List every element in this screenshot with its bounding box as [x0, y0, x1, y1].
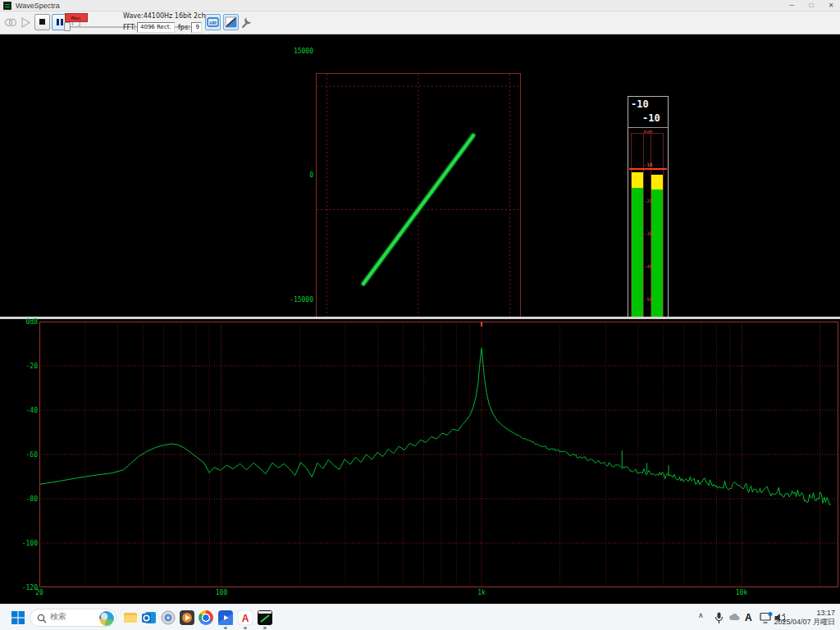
fft-label: FFT: [123, 24, 136, 31]
meter-tick-label: -50 [628, 297, 668, 302]
tray-cloud-icon[interactable] [728, 612, 740, 623]
settings-wrench-icon[interactable] [240, 16, 253, 30]
minimize-button[interactable]: ─ [783, 0, 801, 11]
search-box[interactable] [30, 609, 116, 627]
meter-redline [629, 168, 667, 170]
meter-fill-green [632, 188, 643, 331]
ime-mode-indicator[interactable]: A [745, 612, 752, 623]
lissajous-plot [316, 73, 521, 346]
media-player-icon[interactable] [161, 610, 176, 625]
stop-icon [39, 19, 45, 25]
record-icon[interactable] [4, 16, 17, 29]
running-indicator [263, 627, 267, 629]
meter-bars: 0dB -10-20-30-40-50LR [628, 128, 668, 341]
spectrum-x-label: 100 [212, 589, 231, 596]
peak-value-right: -10 [642, 112, 660, 124]
clock-time: 13:17 [769, 609, 835, 618]
peak-value-left: -10 [631, 98, 649, 110]
desktop: WaveSpectra ─ □ ✕ Rec. Wave:44100Hz 16bi… [0, 0, 840, 630]
xy-axis-label-max: 15000 [279, 48, 313, 55]
file-explorer-icon[interactable] [123, 610, 138, 625]
wavespectra-app-icon [3, 2, 11, 10]
fps-label: fps: [178, 24, 190, 31]
meter-fill-yellow [651, 175, 663, 189]
spectrum-y-label: -40 [0, 407, 38, 414]
spectrum-y-axis-labels: 0dB-20-40-60-80-100-120 [0, 319, 39, 604]
tray-overflow-chevron-icon[interactable]: ∧ [698, 611, 704, 619]
video-app-icon[interactable] [218, 610, 233, 625]
acrobat-icon[interactable]: A [238, 610, 253, 625]
spectrum-x-label: 1k [472, 589, 491, 596]
peak-readout-box: -10 -10 [628, 97, 668, 128]
spectrum-y-label: -80 [0, 495, 38, 503]
outlook-icon[interactable] [142, 610, 157, 625]
display-mode-button[interactable]: HR [205, 14, 221, 30]
fps-value[interactable]: 9 [191, 22, 202, 33]
media-app-icon[interactable] [180, 610, 194, 625]
meter-redline-label: -10 [628, 162, 668, 167]
meter-fill-yellow [632, 172, 643, 188]
search-input[interactable] [50, 612, 96, 621]
meter-tick-label: -40 [628, 264, 668, 269]
microphone-icon[interactable] [714, 612, 724, 624]
xy-axis-label-min: -15000 [279, 296, 313, 304]
toolbar: Rec. Wave:44100Hz 16bit 2ch FFT: 4096 Re… [0, 11, 840, 34]
pause-icon [57, 19, 59, 25]
spectrum-plot [39, 322, 838, 587]
spectrum-x-label: 20 [30, 589, 49, 596]
xy-axis-label-zero: 0 [279, 171, 313, 179]
upper-display-area: 15000 0 -15000 -10 -10 0dB -10-20-30-40-… [0, 34, 840, 317]
meter-tick-label: -20 [628, 199, 668, 203]
running-indicator [224, 627, 227, 629]
taskbar-clock[interactable]: 13:17 2025/04/07 月曜日 [769, 609, 835, 627]
fft-setting-value[interactable]: 4096 Rect. [137, 22, 175, 33]
search-icon [37, 614, 47, 623]
taskbar: A ∧ A 13:17 [0, 604, 840, 630]
clock-date: 2025/04/07 月曜日 [769, 618, 835, 627]
spectrum-y-label: 0dB [0, 318, 38, 326]
spectrum-y-label: -100 [0, 540, 38, 547]
window-title: WaveSpectra [16, 1, 60, 11]
stop-button[interactable] [34, 14, 50, 30]
spectrum-display-area: Max: 999.9Hz -11.60dB 0dB-20-40-60-80-10… [0, 319, 840, 604]
close-button[interactable]: ✕ [822, 0, 840, 11]
position-slider-thumb[interactable] [64, 22, 71, 31]
play-icon[interactable] [21, 17, 31, 28]
wavespectra-taskbar-icon[interactable] [258, 610, 272, 625]
meter-tick-label: -30 [628, 231, 668, 236]
meter-fill-green [651, 189, 663, 331]
title-bar: WaveSpectra ─ □ ✕ [0, 0, 840, 11]
spectrum-x-axis-labels: 201001k10k [0, 319, 840, 604]
spectrum-y-label: -60 [0, 451, 38, 459]
start-button[interactable] [11, 611, 26, 626]
spectrum-y-label: -120 [0, 584, 38, 591]
maximize-button[interactable]: □ [802, 0, 820, 11]
svg-text:HR: HR [209, 21, 217, 25]
edit-display-button[interactable] [223, 14, 239, 30]
level-meter-panel: -10 -10 0dB -10-20-30-40-50LR [628, 96, 669, 342]
wave-format-info: Wave:44100Hz 16bit 2ch [123, 12, 206, 20]
spectrum-x-label: 10k [732, 589, 751, 596]
running-indicator [244, 627, 247, 629]
rec-indicator: Rec. [65, 13, 88, 22]
spectrum-y-label: -20 [0, 363, 38, 370]
lissajous-canvas [317, 74, 520, 345]
svg-text:A: A [242, 613, 249, 624]
chrome-icon[interactable] [199, 610, 213, 625]
search-highlight-image[interactable] [99, 611, 114, 626]
